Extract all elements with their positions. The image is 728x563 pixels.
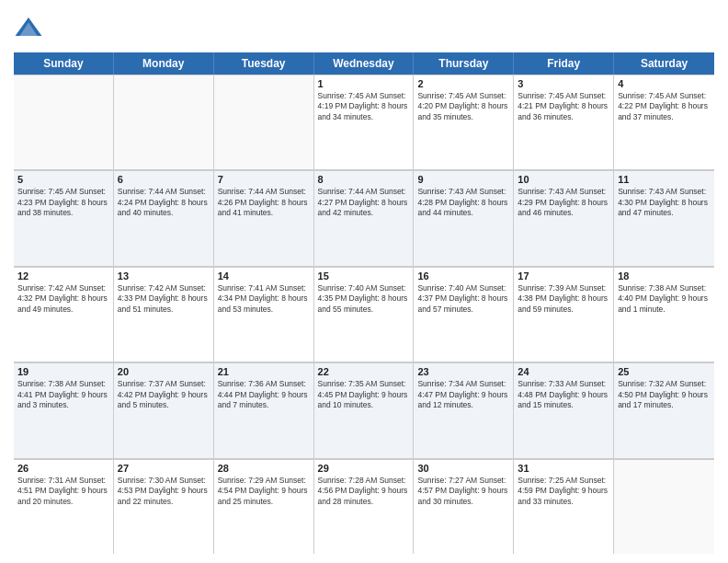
day-number: 11 (618, 174, 711, 185)
day-number: 4 (618, 78, 711, 89)
cell-info-text: Sunrise: 7:39 AM Sunset: 4:38 PM Dayligh… (518, 283, 609, 315)
calendar-cell-4-6 (614, 459, 714, 554)
calendar-cell-1-5: 10Sunrise: 7:43 AM Sunset: 4:29 PM Dayli… (514, 170, 614, 265)
day-number: 19 (17, 366, 109, 377)
header-day-sunday: Sunday (14, 52, 114, 75)
calendar-cell-3-2: 21Sunrise: 7:36 AM Sunset: 4:44 PM Dayli… (214, 362, 314, 457)
calendar-cell-2-6: 18Sunrise: 7:38 AM Sunset: 4:40 PM Dayli… (614, 267, 714, 362)
cell-info-text: Sunrise: 7:45 AM Sunset: 4:19 PM Dayligh… (318, 91, 410, 122)
cell-info-text: Sunrise: 7:31 AM Sunset: 4:51 PM Dayligh… (17, 476, 109, 507)
calendar-row-0: 1Sunrise: 7:45 AM Sunset: 4:19 PM Daylig… (14, 75, 714, 170)
calendar-cell-3-6: 25Sunrise: 7:32 AM Sunset: 4:50 PM Dayli… (614, 362, 714, 457)
header-day-saturday: Saturday (614, 52, 714, 75)
cell-info-text: Sunrise: 7:42 AM Sunset: 4:33 PM Dayligh… (118, 283, 210, 315)
day-number: 25 (618, 366, 711, 377)
cell-info-text: Sunrise: 7:45 AM Sunset: 4:20 PM Dayligh… (417, 91, 509, 122)
calendar-cell-4-0: 26Sunrise: 7:31 AM Sunset: 4:51 PM Dayli… (14, 459, 114, 554)
day-number: 31 (518, 463, 609, 474)
header-day-thursday: Thursday (414, 52, 514, 75)
calendar-cell-3-4: 23Sunrise: 7:34 AM Sunset: 4:47 PM Dayli… (414, 362, 514, 457)
cell-info-text: Sunrise: 7:40 AM Sunset: 4:37 PM Dayligh… (417, 283, 509, 315)
cell-info-text: Sunrise: 7:43 AM Sunset: 4:28 PM Dayligh… (417, 187, 509, 218)
day-number: 13 (118, 270, 210, 282)
calendar-header-row: SundayMondayTuesdayWednesdayThursdayFrid… (14, 52, 714, 75)
header-day-tuesday: Tuesday (214, 52, 314, 75)
calendar-cell-2-2: 14Sunrise: 7:41 AM Sunset: 4:34 PM Dayli… (214, 267, 314, 362)
cell-info-text: Sunrise: 7:33 AM Sunset: 4:48 PM Dayligh… (518, 379, 609, 410)
day-number: 30 (417, 463, 509, 474)
cell-info-text: Sunrise: 7:45 AM Sunset: 4:23 PM Dayligh… (17, 187, 109, 218)
cell-info-text: Sunrise: 7:44 AM Sunset: 4:24 PM Dayligh… (118, 187, 210, 218)
cell-info-text: Sunrise: 7:36 AM Sunset: 4:44 PM Dayligh… (218, 379, 310, 410)
day-number: 21 (218, 366, 310, 377)
cell-info-text: Sunrise: 7:40 AM Sunset: 4:35 PM Dayligh… (318, 283, 410, 315)
calendar-cell-2-3: 15Sunrise: 7:40 AM Sunset: 4:35 PM Dayli… (314, 267, 415, 362)
calendar-cell-1-0: 5Sunrise: 7:45 AM Sunset: 4:23 PM Daylig… (14, 170, 114, 265)
day-number: 5 (17, 174, 109, 185)
day-number: 10 (518, 174, 609, 185)
cell-info-text: Sunrise: 7:28 AM Sunset: 4:56 PM Dayligh… (318, 476, 410, 507)
day-number: 14 (218, 270, 310, 282)
day-number: 16 (417, 270, 509, 282)
cell-info-text: Sunrise: 7:42 AM Sunset: 4:32 PM Dayligh… (17, 283, 109, 315)
calendar-cell-1-1: 6Sunrise: 7:44 AM Sunset: 4:24 PM Daylig… (114, 170, 214, 265)
day-number: 17 (518, 270, 609, 282)
calendar-cell-4-4: 30Sunrise: 7:27 AM Sunset: 4:57 PM Dayli… (414, 459, 514, 554)
day-number: 15 (318, 270, 410, 282)
cell-info-text: Sunrise: 7:45 AM Sunset: 4:21 PM Dayligh… (518, 91, 609, 122)
cell-info-text: Sunrise: 7:43 AM Sunset: 4:30 PM Dayligh… (618, 187, 711, 218)
calendar-cell-1-2: 7Sunrise: 7:44 AM Sunset: 4:26 PM Daylig… (214, 170, 314, 265)
day-number: 1 (318, 78, 410, 89)
calendar-cell-3-0: 19Sunrise: 7:38 AM Sunset: 4:41 PM Dayli… (14, 362, 114, 457)
day-number: 24 (518, 366, 609, 377)
header (14, 14, 714, 43)
logo-icon (14, 14, 43, 43)
calendar-cell-0-1 (114, 75, 214, 169)
day-number: 23 (417, 366, 509, 377)
day-number: 22 (318, 366, 410, 377)
calendar-cell-1-6: 11Sunrise: 7:43 AM Sunset: 4:30 PM Dayli… (614, 170, 714, 265)
cell-info-text: Sunrise: 7:38 AM Sunset: 4:41 PM Dayligh… (17, 379, 109, 410)
cell-info-text: Sunrise: 7:29 AM Sunset: 4:54 PM Dayligh… (218, 476, 310, 507)
calendar-row-1: 5Sunrise: 7:45 AM Sunset: 4:23 PM Daylig… (14, 170, 714, 266)
calendar-cell-0-5: 3Sunrise: 7:45 AM Sunset: 4:21 PM Daylig… (514, 75, 614, 169)
calendar-body: 1Sunrise: 7:45 AM Sunset: 4:19 PM Daylig… (14, 75, 714, 554)
cell-info-text: Sunrise: 7:25 AM Sunset: 4:59 PM Dayligh… (518, 476, 609, 507)
day-number: 20 (118, 366, 210, 377)
calendar-row-2: 12Sunrise: 7:42 AM Sunset: 4:32 PM Dayli… (14, 267, 714, 362)
day-number: 9 (417, 174, 509, 185)
calendar-cell-4-3: 29Sunrise: 7:28 AM Sunset: 4:56 PM Dayli… (314, 459, 415, 554)
header-day-monday: Monday (114, 52, 214, 75)
calendar-row-3: 19Sunrise: 7:38 AM Sunset: 4:41 PM Dayli… (14, 362, 714, 458)
calendar-cell-4-5: 31Sunrise: 7:25 AM Sunset: 4:59 PM Dayli… (514, 459, 614, 554)
calendar-cell-3-1: 20Sunrise: 7:37 AM Sunset: 4:42 PM Dayli… (114, 362, 214, 457)
cell-info-text: Sunrise: 7:44 AM Sunset: 4:26 PM Dayligh… (218, 187, 310, 218)
calendar-cell-2-5: 17Sunrise: 7:39 AM Sunset: 4:38 PM Dayli… (514, 267, 614, 362)
cell-info-text: Sunrise: 7:32 AM Sunset: 4:50 PM Dayligh… (618, 379, 711, 410)
cell-info-text: Sunrise: 7:41 AM Sunset: 4:34 PM Dayligh… (218, 283, 310, 315)
day-number: 28 (218, 463, 310, 474)
header-day-wednesday: Wednesday (314, 52, 415, 75)
calendar-cell-1-3: 8Sunrise: 7:44 AM Sunset: 4:27 PM Daylig… (314, 170, 415, 265)
calendar-cell-4-2: 28Sunrise: 7:29 AM Sunset: 4:54 PM Dayli… (214, 459, 314, 554)
cell-info-text: Sunrise: 7:30 AM Sunset: 4:53 PM Dayligh… (118, 476, 210, 507)
cell-info-text: Sunrise: 7:37 AM Sunset: 4:42 PM Dayligh… (118, 379, 210, 410)
calendar-row-4: 26Sunrise: 7:31 AM Sunset: 4:51 PM Dayli… (14, 459, 714, 554)
day-number: 7 (218, 174, 310, 185)
page: SundayMondayTuesdayWednesdayThursdayFrid… (0, 0, 728, 563)
calendar-cell-1-4: 9Sunrise: 7:43 AM Sunset: 4:28 PM Daylig… (414, 170, 514, 265)
cell-info-text: Sunrise: 7:34 AM Sunset: 4:47 PM Dayligh… (417, 379, 509, 410)
cell-info-text: Sunrise: 7:27 AM Sunset: 4:57 PM Dayligh… (417, 476, 509, 507)
day-number: 8 (318, 174, 410, 185)
cell-info-text: Sunrise: 7:35 AM Sunset: 4:45 PM Dayligh… (318, 379, 410, 410)
calendar-cell-0-3: 1Sunrise: 7:45 AM Sunset: 4:19 PM Daylig… (314, 75, 415, 169)
day-number: 27 (118, 463, 210, 474)
calendar-cell-2-1: 13Sunrise: 7:42 AM Sunset: 4:33 PM Dayli… (114, 267, 214, 362)
logo (14, 14, 47, 43)
day-number: 6 (118, 174, 210, 185)
calendar-cell-4-1: 27Sunrise: 7:30 AM Sunset: 4:53 PM Dayli… (114, 459, 214, 554)
cell-info-text: Sunrise: 7:44 AM Sunset: 4:27 PM Dayligh… (318, 187, 410, 218)
day-number: 18 (618, 270, 711, 282)
day-number: 3 (518, 78, 609, 89)
cell-info-text: Sunrise: 7:43 AM Sunset: 4:29 PM Dayligh… (518, 187, 609, 218)
